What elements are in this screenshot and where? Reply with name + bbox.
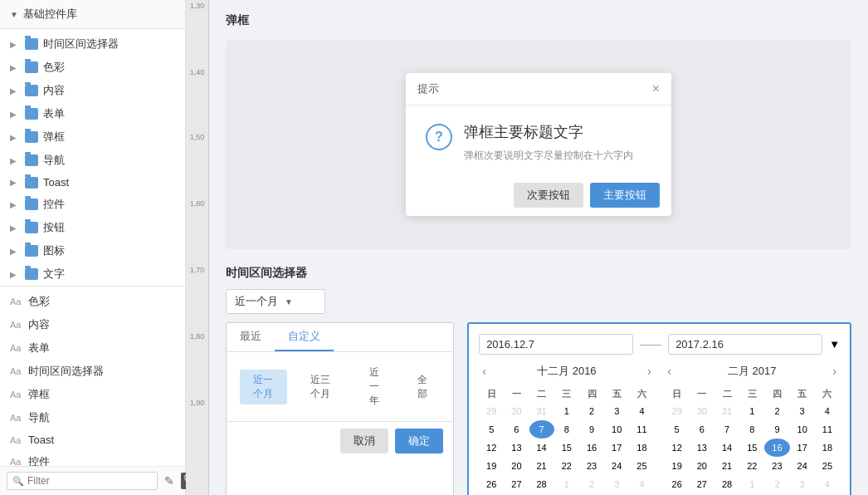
cal-day[interactable]: 5	[665, 420, 690, 439]
cal-day[interactable]: 3	[604, 402, 629, 420]
aa-item-datepicker[interactable]: Aa 时间区间选择器	[0, 360, 185, 383]
cal-day[interactable]: 23	[579, 457, 604, 475]
cal-day[interactable]: 8	[554, 420, 579, 439]
search-input[interactable]	[27, 475, 152, 487]
cal-right-next[interactable]: ›	[829, 363, 840, 380]
cal-day[interactable]: 2	[764, 402, 789, 420]
aa-item-widget[interactable]: Aa 控件	[0, 450, 185, 466]
cal-day[interactable]: 27	[504, 475, 529, 493]
cal-left-next[interactable]: ›	[644, 363, 655, 380]
cal-day[interactable]: 24	[790, 457, 815, 475]
cal-day[interactable]: 23	[764, 457, 789, 475]
dp-quick-btn-1year[interactable]: 近一年	[354, 362, 394, 411]
aa-item-dialog[interactable]: Aa 弹框	[0, 383, 185, 406]
cal-day[interactable]: 30	[504, 402, 529, 420]
cal-day[interactable]: 31	[714, 402, 739, 420]
cal-day[interactable]: 1	[554, 402, 579, 420]
cal-day[interactable]: 8	[739, 420, 764, 439]
cal-day[interactable]: 20	[690, 457, 714, 475]
cal-day[interactable]: 24	[604, 457, 629, 475]
aa-item-content[interactable]: Aa 内容	[0, 313, 185, 336]
cal-day[interactable]: 10	[604, 420, 629, 439]
cal-day[interactable]: 4	[629, 402, 654, 420]
cal-day[interactable]: 12	[479, 439, 504, 457]
cal-day[interactable]: 28	[529, 475, 554, 493]
dialog-close-button[interactable]: ×	[652, 81, 660, 96]
cal-day[interactable]: 30	[690, 402, 714, 420]
cal-day[interactable]: 19	[479, 457, 504, 475]
dp-tab-custom[interactable]: 自定义	[275, 323, 334, 351]
cal-day[interactable]: 20	[504, 457, 529, 475]
aa-item-color[interactable]: Aa 色彩	[0, 290, 185, 313]
cal-day[interactable]: 5	[479, 420, 504, 439]
sidebar-item-icon[interactable]: ▶ 图标	[0, 239, 185, 262]
cal-day[interactable]: 2	[764, 475, 789, 493]
dp-start-date-input[interactable]	[479, 334, 633, 355]
dp-quick-btn-1month[interactable]: 近一个月	[240, 370, 287, 404]
cal-day[interactable]: 18	[629, 439, 654, 457]
dp-cancel-button[interactable]: 取消	[340, 429, 388, 453]
cal-day[interactable]: 3	[604, 475, 629, 493]
sidebar-item-color[interactable]: ▶ 色彩	[0, 56, 185, 79]
cal-day[interactable]: 4	[815, 402, 840, 420]
sidebar-item-text[interactable]: ▶ 文字	[0, 262, 185, 286]
cal-day[interactable]: 11	[815, 420, 840, 439]
cal-day[interactable]: 7	[714, 420, 739, 439]
cal-day[interactable]: 22	[554, 457, 579, 475]
cal-day[interactable]: 9	[764, 420, 789, 439]
cal-day[interactable]: 4	[815, 475, 840, 493]
aa-item-toast[interactable]: Aa Toast	[0, 429, 185, 450]
cal-day[interactable]: 1	[739, 402, 764, 420]
cal-day[interactable]: 25	[629, 457, 654, 475]
cal-day-selected[interactable]: 16	[764, 439, 789, 457]
dp-period-select[interactable]: 近一个月 ▼	[226, 289, 325, 314]
cal-day[interactable]: 1	[554, 475, 579, 493]
cal-day[interactable]: 17	[790, 439, 815, 457]
dp-confirm-button[interactable]: 确定	[395, 429, 443, 453]
cal-day[interactable]: 6	[690, 420, 714, 439]
sidebar-item-button[interactable]: ▶ 按钮	[0, 216, 185, 239]
cal-day[interactable]: 15	[554, 439, 579, 457]
cal-day[interactable]: 16	[579, 439, 604, 457]
cal-day[interactable]: 29	[479, 402, 504, 420]
dp-quick-btn-all[interactable]: 全部	[405, 370, 440, 404]
aa-item-nav[interactable]: Aa 导航	[0, 406, 185, 429]
cal-day[interactable]: 14	[714, 439, 739, 457]
cal-day[interactable]: 2	[579, 475, 604, 493]
cal-day[interactable]: 19	[665, 457, 690, 475]
sidebar-item-toast[interactable]: ▶ Toast	[0, 172, 185, 193]
sidebar-item-content[interactable]: ▶ 内容	[0, 79, 185, 102]
cal-day[interactable]: 4	[629, 475, 654, 493]
cal-day[interactable]: 18	[815, 439, 840, 457]
cal-day[interactable]: 10	[790, 420, 815, 439]
cal-day[interactable]: 3	[790, 402, 815, 420]
dp-quick-btn-3month[interactable]: 近三个月	[297, 370, 344, 404]
search-box[interactable]: 🔍	[7, 472, 158, 490]
cal-day[interactable]: 11	[629, 420, 654, 439]
cal-day[interactable]: 21	[529, 457, 554, 475]
cal-day[interactable]: 3	[790, 475, 815, 493]
cal-day[interactable]: 25	[815, 457, 840, 475]
cal-day[interactable]: 13	[504, 439, 529, 457]
dp-tab-recent[interactable]: 最近	[227, 323, 275, 351]
cal-day[interactable]: 2	[579, 402, 604, 420]
cal-day[interactable]: 26	[479, 475, 504, 493]
cal-day[interactable]: 15	[739, 439, 764, 457]
cal-day[interactable]: 21	[714, 457, 739, 475]
cal-day[interactable]: 1	[739, 475, 764, 493]
cal-day[interactable]: 22	[739, 457, 764, 475]
cal-day[interactable]: 17	[604, 439, 629, 457]
cal-day[interactable]: 31	[529, 402, 554, 420]
cal-left-prev[interactable]: ‹	[479, 363, 490, 380]
cal-day[interactable]: 6	[504, 420, 529, 439]
cal-day[interactable]: 26	[665, 475, 690, 493]
sidebar-item-nav[interactable]: ▶ 导航	[0, 149, 185, 172]
dp-end-date-input[interactable]	[668, 334, 822, 355]
sidebar-item-datepicker[interactable]: ▶ 时间区间选择器	[0, 32, 185, 56]
cal-day[interactable]: 13	[690, 439, 714, 457]
sidebar-item-form[interactable]: ▶ 表单	[0, 102, 185, 125]
cal-right-prev[interactable]: ‹	[665, 363, 675, 380]
sidebar-collapse-arrow[interactable]: ▼	[10, 10, 18, 19]
sidebar-item-dialog[interactable]: ▶ 弹框	[0, 125, 185, 149]
cal-day[interactable]: 29	[665, 402, 690, 420]
